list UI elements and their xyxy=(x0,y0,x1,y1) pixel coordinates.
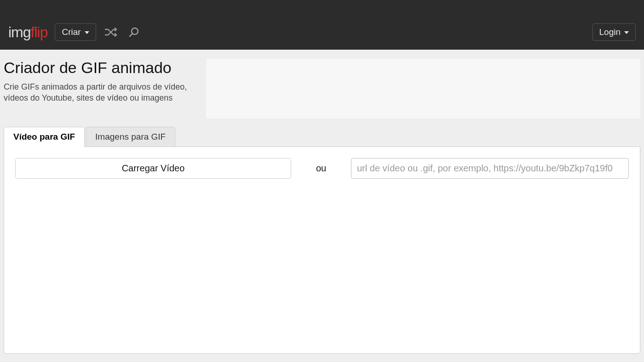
title-text-block: Criador de GIF animado Crie GIFs animado… xyxy=(4,59,197,119)
or-separator: ou xyxy=(291,163,351,174)
create-button[interactable]: Criar xyxy=(55,23,96,41)
tab-label: Vídeo para GIF xyxy=(13,132,75,141)
page-subtitle: Crie GIFs animados a partir de arquivos … xyxy=(4,81,197,104)
nav-left-group: imgflip Criar xyxy=(8,23,141,41)
upload-video-label: Carregar Vídeo xyxy=(122,163,185,173)
logo-text-img: img xyxy=(8,24,31,41)
shuffle-icon[interactable] xyxy=(103,25,120,39)
login-button-label: Login xyxy=(599,27,621,37)
upload-row: Carregar Vídeo ou xyxy=(15,158,629,179)
page-title: Criador de GIF animado xyxy=(4,59,197,77)
tab-bar: Vídeo para GIF Imagens para GIF xyxy=(4,127,640,147)
svg-line-1 xyxy=(130,34,132,36)
tab-label: Imagens para GIF xyxy=(95,132,166,141)
caret-down-icon xyxy=(624,31,629,34)
top-nav: imgflip Criar Login xyxy=(0,0,644,50)
logo-text-flip: flip xyxy=(31,24,48,41)
nav-right-group: Login xyxy=(592,23,636,41)
tab-video-to-gif[interactable]: Vídeo para GIF xyxy=(4,127,85,147)
upload-video-button[interactable]: Carregar Vídeo xyxy=(15,158,291,179)
ad-placeholder xyxy=(206,59,640,119)
tab-images-to-gif[interactable]: Imagens para GIF xyxy=(86,127,175,147)
title-region: Criador de GIF animado Crie GIFs animado… xyxy=(0,50,644,119)
caret-down-icon xyxy=(85,31,89,34)
site-logo[interactable]: imgflip xyxy=(8,24,47,41)
create-button-label: Criar xyxy=(62,27,80,37)
tool-container: Vídeo para GIF Imagens para GIF Carregar… xyxy=(4,127,640,354)
video-url-input[interactable] xyxy=(351,158,629,179)
tab-panel: Carregar Vídeo ou xyxy=(4,147,640,354)
search-icon[interactable] xyxy=(126,25,141,40)
login-button[interactable]: Login xyxy=(592,23,636,41)
